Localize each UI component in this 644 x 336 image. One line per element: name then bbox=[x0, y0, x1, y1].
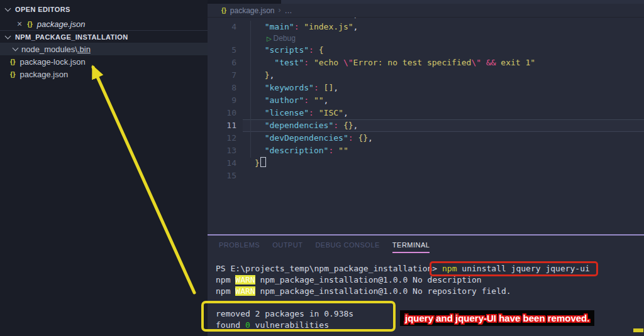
line-content: } bbox=[243, 157, 644, 170]
line-content: "description": "" bbox=[243, 144, 644, 157]
breadcrumb[interactable]: {} package.json › … bbox=[208, 4, 644, 18]
open-editor-item-package-json[interactable]: × {} package.json bbox=[0, 18, 208, 30]
line-content bbox=[243, 170, 644, 182]
panel-tab-bar: PROBLEMS OUTPUT DEBUG CONSOLE TERMINAL bbox=[208, 236, 644, 259]
token-punct: : bbox=[309, 18, 314, 19]
line-number: 15 bbox=[208, 170, 243, 182]
token-brace: { bbox=[319, 45, 324, 55]
token-punct: : bbox=[333, 121, 338, 130]
code-line[interactable]: 5 "scripts": { bbox=[208, 44, 644, 57]
annotation-yellow-box-result bbox=[201, 301, 396, 332]
code-line[interactable]: 14} bbox=[208, 157, 644, 170]
codelens-line[interactable]: ▷ Debug bbox=[208, 33, 644, 44]
chevron-down-icon bbox=[5, 33, 11, 40]
token-plain: , bbox=[324, 95, 329, 105]
code-editor[interactable]: "version": "1.0.0",4 "main": "index.js",… bbox=[208, 18, 644, 234]
chevron-down-icon bbox=[13, 45, 19, 51]
token-plain bbox=[255, 121, 265, 130]
token-warn: WARN bbox=[235, 275, 255, 285]
token-punct: : bbox=[309, 45, 314, 55]
token-str: exit 1" bbox=[496, 58, 536, 67]
token-key: "main" bbox=[265, 22, 294, 31]
line-content: "scripts": { bbox=[243, 44, 644, 57]
line-content: "devDependencies": {}, bbox=[243, 132, 644, 144]
token-punct: : bbox=[304, 95, 309, 105]
token-str: "" bbox=[314, 95, 324, 105]
code-line[interactable]: 8 "keywords": [], bbox=[208, 82, 644, 94]
token-str: Error: no test specified bbox=[353, 58, 472, 67]
line-number: 8 bbox=[208, 82, 243, 94]
token-plain bbox=[314, 45, 319, 55]
token-key: "keywords" bbox=[265, 83, 314, 92]
code-line[interactable]: 15 bbox=[208, 170, 644, 182]
project-section-header[interactable]: NPM_PACKAGE_INSTALLATION bbox=[0, 30, 208, 43]
code-line[interactable]: 13 "description": "" bbox=[208, 144, 644, 157]
annotation-note-label: jquery and jquery-UI have been removed. bbox=[400, 310, 594, 326]
token-punct: : bbox=[348, 133, 353, 143]
project-name-label: NPM_PACKAGE_INSTALLATION bbox=[15, 33, 128, 41]
open-editors-label: OPEN EDITORS bbox=[15, 6, 70, 13]
line-number: 10 bbox=[208, 107, 243, 119]
code-line[interactable]: 12 "devDependencies": {}, bbox=[208, 132, 644, 144]
token-key: "dependencies" bbox=[265, 121, 334, 130]
code-line[interactable]: 9 "author": "", bbox=[208, 94, 644, 107]
line-content: "license": "ISC", bbox=[243, 107, 644, 119]
token-key: "version" bbox=[265, 18, 309, 19]
token-str bbox=[481, 58, 486, 67]
token-plain bbox=[319, 83, 324, 92]
breadcrumb-more[interactable]: … bbox=[285, 6, 292, 15]
tree-item-package-lock-json[interactable]: {} package-lock.json bbox=[0, 55, 208, 68]
close-icon[interactable]: × bbox=[17, 19, 22, 28]
token-punct: : bbox=[314, 83, 319, 92]
tree-item-node-modules-bin[interactable]: node_modules\.bin bbox=[0, 43, 208, 55]
line-number: 14 bbox=[208, 157, 243, 170]
tab-terminal[interactable]: TERMINAL bbox=[392, 241, 430, 253]
line-content: ▷ Debug bbox=[243, 33, 644, 44]
indent-guide bbox=[250, 21, 251, 158]
json-file-icon: {} bbox=[10, 70, 16, 78]
token-key: "author" bbox=[265, 95, 304, 105]
text-cursor bbox=[260, 157, 266, 167]
token-plain bbox=[255, 45, 265, 55]
breadcrumb-file[interactable]: package.json bbox=[230, 6, 275, 15]
token-key: "description" bbox=[265, 146, 329, 155]
code-line[interactable]: 11 "dependencies": {}, bbox=[208, 119, 644, 132]
token-plain bbox=[255, 108, 265, 117]
tab-problems[interactable]: PROBLEMS bbox=[219, 241, 260, 252]
code-line[interactable]: 4 "main": "index.js", bbox=[208, 21, 644, 33]
token-lensicon: ▷ bbox=[267, 35, 273, 42]
token-brace: } bbox=[255, 158, 260, 168]
line-number: 6 bbox=[208, 57, 243, 69]
line-number: 11 bbox=[208, 119, 243, 132]
open-editor-filename: package.json bbox=[37, 19, 86, 29]
token-plain bbox=[255, 83, 265, 92]
code-lines: "version": "1.0.0",4 "main": "index.js",… bbox=[208, 18, 644, 182]
line-number: 9 bbox=[208, 94, 243, 107]
token-plain: , bbox=[343, 108, 348, 117]
token-plain: , bbox=[368, 133, 373, 143]
token-plain bbox=[314, 18, 319, 19]
json-file-icon: {} bbox=[221, 7, 226, 14]
token-plain bbox=[255, 133, 265, 143]
token-punct: : bbox=[304, 58, 309, 67]
token-plain: npm bbox=[216, 286, 235, 296]
explorer-sidebar: OPEN EDITORS × {} package.json NPM_PACKA… bbox=[0, 0, 208, 336]
token-key: "scripts" bbox=[265, 45, 309, 55]
token-str: "index.js" bbox=[304, 22, 353, 31]
token-punct: : bbox=[309, 108, 314, 117]
code-line[interactable]: 6 "test": "echo \"Error: no test specifi… bbox=[208, 57, 644, 69]
token-esc: \" bbox=[343, 58, 353, 67]
bin-folder-name: .bin bbox=[77, 45, 91, 54]
json-file-icon: {} bbox=[27, 20, 33, 28]
token-plain: npm_package_installation@1.0.0 No descri… bbox=[255, 275, 482, 285]
token-plain bbox=[309, 95, 314, 105]
code-line[interactable]: 10 "license": "ISC", bbox=[208, 107, 644, 119]
tree-item-package-json[interactable]: {} package.json bbox=[0, 68, 208, 80]
token-key: "license" bbox=[265, 108, 309, 117]
vscode-window: OPEN EDITORS × {} package.json NPM_PACKA… bbox=[0, 0, 644, 336]
tab-output[interactable]: OUTPUT bbox=[272, 241, 303, 252]
tab-debug-console[interactable]: DEBUG CONSOLE bbox=[315, 241, 379, 252]
open-editors-section-header[interactable]: OPEN EDITORS bbox=[0, 3, 208, 16]
line-number: 5 bbox=[208, 44, 243, 57]
code-line[interactable]: 7 }, bbox=[208, 69, 644, 82]
